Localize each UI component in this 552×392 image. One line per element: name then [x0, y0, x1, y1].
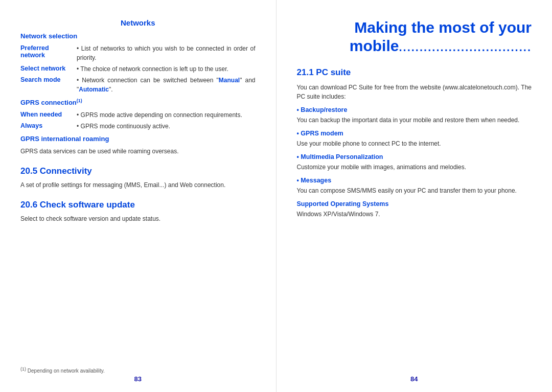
desc-preferred: • List of networks to which you wish to … — [77, 44, 256, 62]
def-row-preferred: Preferrednetwork • List of networks to w… — [20, 44, 256, 62]
page-number-left: 83 — [134, 375, 142, 383]
desc-search: • Network connection can be switched bet… — [77, 76, 256, 94]
main-title-line2: mobile................................ — [297, 37, 532, 55]
def-row-search: Search mode • Network connection can be … — [20, 76, 256, 94]
bullet-backup-title: Backup/restore — [297, 106, 532, 113]
bullet-multimedia-title: Multimedia Personalization — [297, 153, 532, 160]
gprs-connection-label: GPRS connection(1) — [20, 98, 256, 106]
chapter-206-desc: Select to check software version and upd… — [20, 214, 256, 223]
automatic-text: Automatic — [79, 86, 109, 93]
gprs-connection-table: When needed • GPRS mode active depending… — [20, 110, 256, 131]
section-211-intro: You can download PC Suite for free from … — [297, 83, 532, 101]
desc-when-needed: • GPRS mode active depending on connecti… — [77, 110, 256, 120]
gprs-roaming-label: GPRS international roaming — [20, 135, 256, 143]
term-search: Search mode — [20, 76, 77, 83]
bullet-messages-title: Messages — [297, 177, 532, 184]
manual-text: Manual — [219, 77, 240, 84]
network-selection-table: Preferrednetwork • List of networks to w… — [20, 44, 256, 94]
def-row-when-needed: When needed • GPRS mode active depending… — [20, 110, 256, 120]
bullet-multimedia-desc: Customize your mobile with images, anima… — [297, 163, 532, 172]
main-title-line1: Making the most of your — [297, 18, 532, 37]
networks-title: Networks — [20, 18, 256, 27]
supported-os-value: Windows XP/Vista/Windows 7. — [297, 210, 532, 219]
bullet-messages-desc: You can compose SMS/MMS easily on your P… — [297, 186, 532, 195]
bullet-gprs-title: GPRS modem — [297, 130, 532, 137]
chapter-205-desc: A set of profile settings for messaging … — [20, 180, 256, 190]
main-title: Making the most of your mobile..........… — [297, 18, 532, 55]
term-when-needed: When needed — [20, 110, 77, 118]
desc-always: • GPRS mode continuously active. — [77, 122, 256, 131]
bullet-backup-desc: You can backup the important data in you… — [297, 116, 532, 125]
network-selection-label: Network selection — [20, 32, 256, 40]
chapter-205-heading: 20.5 Connectivity — [20, 166, 256, 176]
bullet-gprs-desc: Use your mobile phone to connect PC to t… — [297, 139, 532, 148]
section-211-heading: 21.1 PC suite — [297, 67, 532, 78]
page-number-right: 84 — [410, 375, 418, 383]
term-always: Always — [20, 122, 77, 129]
footnote: (1) Depending on network availability. — [20, 366, 256, 374]
chapter-206-heading: 20.6 Check software update — [20, 200, 256, 210]
def-row-always: Always • GPRS mode continuously active. — [20, 122, 256, 131]
supported-os-label: Supported Operating Systems — [297, 200, 532, 207]
term-select: Select network — [20, 64, 77, 72]
gprs-roaming-desc: GPRS data services can be used while roa… — [20, 147, 256, 156]
term-preferred: Preferrednetwork — [20, 44, 77, 59]
desc-select: • The choice of network connection is le… — [77, 64, 256, 74]
page-left: Networks Network selection Preferrednetw… — [0, 0, 277, 392]
def-row-select: Select network • The choice of network c… — [20, 64, 256, 74]
page-right: Making the most of your mobile..........… — [277, 0, 553, 392]
book-spread: Networks Network selection Preferrednetw… — [0, 0, 552, 392]
